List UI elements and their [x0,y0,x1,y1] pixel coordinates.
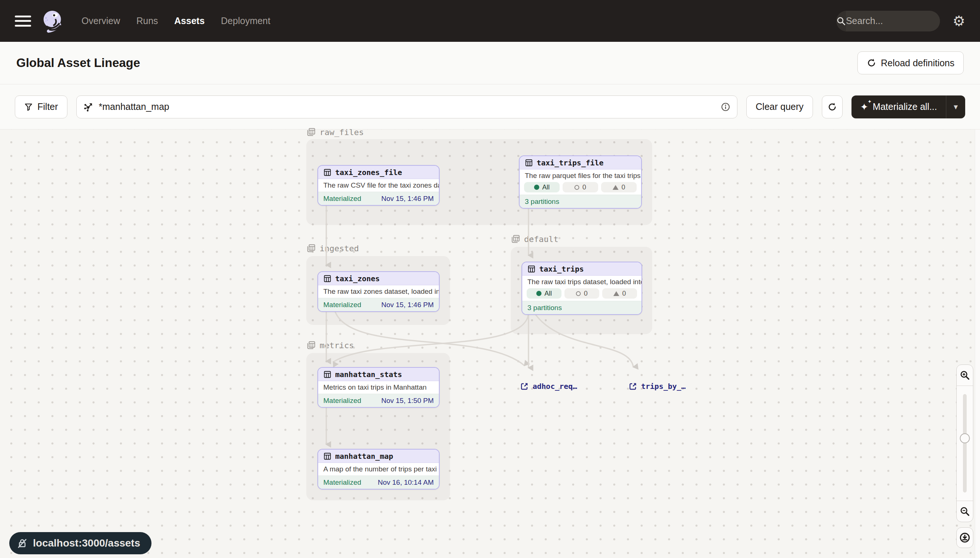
clear-query-button[interactable]: Clear query [746,95,813,118]
partitions-materialized-pill: All [527,288,562,299]
page-header: Global Asset Lineage Reload definitions [0,42,980,84]
table-icon [323,452,331,460]
asset-description: The raw CSV file for the taxi zones dat.… [318,179,439,192]
table-icon [323,370,331,379]
dagster-logo-icon[interactable] [41,9,64,33]
top-navbar: Overview Runs Assets Deployment / ⚙ [0,0,980,42]
group-table-icon [306,243,316,253]
triangle-icon [613,185,619,190]
lineage-toolbar: Filter Clear query ✦✦ Material [0,84,980,130]
materialize-all-button[interactable]: ✦✦ Materialize all... [852,95,946,118]
materialize-dropdown-caret[interactable]: ▾ [946,95,965,118]
ring-icon [576,291,581,296]
materialization-timestamp: Nov 16, 10:14 AM [378,478,434,487]
green-dot-icon [534,185,539,190]
global-search[interactable]: / [836,11,940,31]
status-badge: Materialized [323,397,361,405]
asset-name: taxi_zones_file [335,168,402,177]
materialization-timestamp: Nov 15, 1:46 PM [381,301,434,309]
lineage-canvas[interactable]: raw_files ingested default metrics [0,130,980,558]
zoom-out-button[interactable] [957,501,973,522]
external-asset-trips-by[interactable]: trips_by_… [629,382,685,391]
refresh-icon [827,102,837,112]
download-circle-icon [959,532,970,543]
zoom-in-button[interactable] [957,365,973,386]
partitions-missing-pill: 0 [602,288,637,299]
asset-name: manhattan_map [335,452,393,461]
asset-name: taxi_zones [335,274,380,283]
sparkle-icon: ✦✦ [860,102,868,112]
green-dot-icon [536,291,542,296]
zoom-out-icon [960,506,970,517]
asset-node-manhattan-map[interactable]: manhattan_map A map of the number of tri… [318,449,440,489]
partitions-materialized-pill: All [524,182,560,192]
group-table-icon [306,127,316,137]
funnel-icon [24,102,33,112]
asset-name: taxi_trips_file [537,158,604,167]
zoom-slider[interactable] [957,386,973,501]
zoom-slider-track[interactable] [963,394,967,492]
partitions-count: 3 partitions [525,198,559,206]
tab-assets[interactable]: Assets [175,16,205,26]
partitions-failed-pill: 0 [563,182,598,192]
group-table-icon [511,234,520,244]
asset-name: taxi_trips [539,264,584,274]
canvas-scrollbar[interactable] [975,130,980,558]
materialize-all-split-button: ✦✦ Materialize all... ▾ [852,95,965,118]
zoom-in-icon [960,370,970,381]
materialization-timestamp: Nov 15, 1:46 PM [381,195,434,203]
asset-node-taxi-zones[interactable]: taxi_zones The raw taxi zones dataset, l… [318,271,440,312]
asset-description: A map of the number of trips per taxi z.… [318,463,439,476]
group-label-default[interactable]: default [511,234,558,244]
menu-icon[interactable] [15,16,31,27]
group-label-raw-files[interactable]: raw_files [306,127,364,137]
asset-description: The raw parquet files for the taxi trips… [520,169,641,182]
asset-graph-icon [83,102,94,112]
tab-overview[interactable]: Overview [81,16,120,26]
browser-url-overlay: localhost:3000/assets [9,532,152,554]
reload-definitions-button[interactable]: Reload definitions [857,51,964,74]
table-icon [527,265,535,273]
settings-gear-icon[interactable]: ⚙ [953,14,965,28]
group-table-icon [306,340,316,350]
reload-icon [867,58,876,68]
table-icon [323,168,331,177]
status-badge: Materialized [323,195,361,203]
asset-node-taxi-trips[interactable]: taxi_trips The raw taxi trips dataset, l… [522,262,642,315]
filter-button[interactable]: Filter [15,95,68,118]
download-view-button[interactable] [956,527,973,548]
zoom-slider-thumb[interactable] [960,433,970,443]
partitions-failed-pill: 0 [565,288,599,299]
asset-description: The raw taxi zones dataset, loaded int..… [318,285,439,298]
asset-node-taxi-trips-file[interactable]: taxi_trips_file The raw parquet files fo… [519,156,642,209]
url-text: localhost:3000/assets [33,537,140,549]
info-icon[interactable] [721,102,730,112]
group-label-metrics[interactable]: metrics [306,340,354,350]
external-link-icon [520,382,529,391]
asset-name: manhattan_stats [335,370,402,379]
triangle-icon [613,291,619,296]
tab-runs[interactable]: Runs [136,16,158,26]
search-icon [836,11,846,31]
partition-health: All 0 0 [522,288,641,301]
asset-node-manhattan-stats[interactable]: manhattan_stats Metrics on taxi trips in… [318,367,440,408]
refresh-query-button[interactable] [822,95,843,118]
search-input[interactable] [846,16,940,26]
asset-node-taxi-zones-file[interactable]: taxi_zones_file The raw CSV file for the… [318,165,440,206]
materialization-timestamp: Nov 15, 1:50 PM [381,397,434,405]
ring-icon [575,185,579,190]
external-link-icon [629,382,637,391]
primary-nav: Overview Runs Assets Deployment [81,16,270,26]
status-badge: Materialized [323,301,361,309]
insecure-lock-icon [16,538,28,549]
asset-description: Metrics on taxi trips in Manhattan [318,381,439,394]
group-label-ingested[interactable]: ingested [306,243,359,253]
status-badge: Materialized [323,478,361,487]
tab-deployment[interactable]: Deployment [221,16,270,26]
asset-selection-input-wrap [76,95,738,118]
table-icon [525,159,533,167]
external-asset-adhoc-request[interactable]: adhoc_req… [520,382,577,391]
partitions-missing-pill: 0 [601,182,637,192]
asset-selection-input[interactable] [99,102,716,112]
zoom-controls [956,364,973,548]
